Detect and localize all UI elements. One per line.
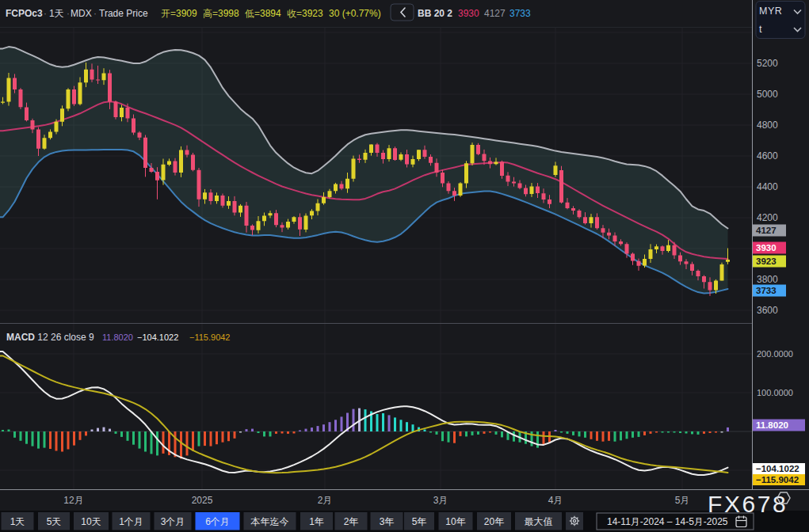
svg-text:3733: 3733 [509, 8, 531, 19]
svg-text:2025: 2025 [192, 495, 213, 506]
svg-text:4800: 4800 [757, 120, 778, 131]
svg-text:4400: 4400 [757, 181, 778, 192]
svg-text:最大值: 最大值 [525, 516, 553, 527]
svg-text:3月: 3月 [433, 495, 448, 506]
svg-text:低=3894: 低=3894 [245, 8, 281, 19]
svg-text:·: · [67, 8, 70, 19]
svg-text:3800: 3800 [757, 274, 778, 285]
svg-text:本年迄今: 本年迄今 [250, 516, 289, 527]
svg-text:11.8020: 11.8020 [102, 332, 133, 342]
svg-text:−104.1022: −104.1022 [756, 464, 799, 473]
svg-text:4127: 4127 [756, 226, 777, 235]
svg-text:20年: 20年 [484, 516, 504, 527]
svg-text:−115.9042: −115.9042 [189, 332, 231, 342]
svg-text:MYR: MYR [759, 6, 782, 17]
svg-text:4127: 4127 [484, 8, 506, 19]
svg-text:1个月: 1个月 [119, 516, 143, 527]
svg-text:3年: 3年 [380, 516, 395, 527]
svg-text:5天: 5天 [47, 516, 62, 527]
svg-text:4月: 4月 [548, 495, 563, 506]
svg-text:·: · [93, 8, 97, 19]
svg-text:2年: 2年 [344, 516, 359, 527]
svg-text:5000: 5000 [757, 89, 778, 100]
svg-text:1天: 1天 [10, 516, 25, 527]
svg-text:3733: 3733 [756, 286, 777, 295]
svg-text:3600: 3600 [757, 305, 778, 316]
svg-text:1天: 1天 [49, 8, 64, 19]
svg-text:高=3998: 高=3998 [203, 8, 239, 19]
svg-text:4200: 4200 [757, 212, 778, 223]
svg-text:1年: 1年 [309, 516, 324, 527]
svg-text:3923: 3923 [756, 256, 777, 266]
svg-text:2月: 2月 [318, 495, 333, 506]
svg-text:FCPOc3: FCPOc3 [6, 8, 43, 19]
svg-text:100.0000: 100.0000 [757, 388, 793, 397]
svg-text:开=3909: 开=3909 [161, 8, 197, 19]
svg-text:11.8020: 11.8020 [756, 420, 788, 430]
svg-text:30 (+0.77%): 30 (+0.77%) [329, 8, 381, 19]
svg-text:5月: 5月 [675, 495, 690, 506]
svg-text:·: · [44, 8, 47, 19]
svg-text:MACD 12 26 close 9: MACD 12 26 close 9 [6, 332, 94, 343]
svg-text:t: t [759, 24, 762, 35]
svg-text:收=3923: 收=3923 [287, 8, 323, 19]
svg-text:−104.1022: −104.1022 [137, 332, 178, 342]
svg-text:10天: 10天 [81, 516, 101, 527]
svg-text:3930: 3930 [756, 243, 777, 253]
svg-text:4600: 4600 [757, 150, 778, 162]
svg-text:10年: 10年 [445, 516, 465, 527]
svg-text:5年: 5年 [412, 516, 427, 527]
svg-text:6个月: 6个月 [205, 516, 230, 527]
svg-text:14-11月-2024 – 14-5月-2025: 14-11月-2024 – 14-5月-2025 [607, 516, 728, 527]
svg-text:−115.9042: −115.9042 [756, 475, 799, 484]
svg-text:3930: 3930 [458, 8, 479, 19]
svg-text:3个月: 3个月 [161, 516, 185, 527]
svg-text:200.0000: 200.0000 [757, 349, 793, 359]
svg-text:5200: 5200 [757, 58, 778, 69]
svg-text:BB 20 2: BB 20 2 [418, 8, 452, 19]
svg-text:MDX: MDX [71, 8, 92, 19]
svg-text:Trade Price: Trade Price [99, 8, 148, 19]
svg-text:12月: 12月 [63, 495, 83, 506]
